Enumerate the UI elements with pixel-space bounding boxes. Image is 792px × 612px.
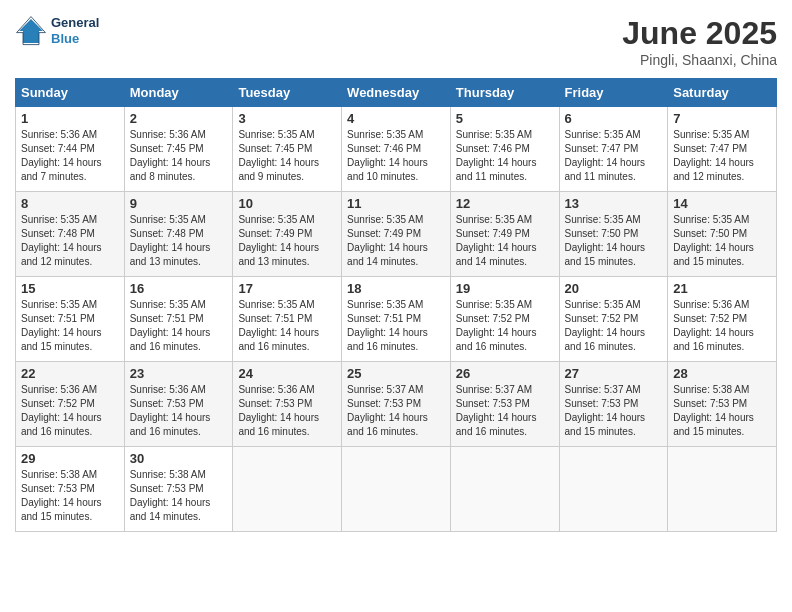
day-info: Sunrise: 5:35 AMSunset: 7:50 PMDaylight:… xyxy=(565,213,663,269)
day-info: Sunrise: 5:36 AMSunset: 7:44 PMDaylight:… xyxy=(21,128,119,184)
weekday-header: Wednesday xyxy=(342,79,451,107)
logo-line2: Blue xyxy=(51,31,99,47)
day-info: Sunrise: 5:36 AMSunset: 7:53 PMDaylight:… xyxy=(130,383,228,439)
logo-line1: General xyxy=(51,15,99,31)
day-number: 21 xyxy=(673,281,771,296)
day-number: 14 xyxy=(673,196,771,211)
logo-text: General Blue xyxy=(51,15,99,46)
weekday-header: Tuesday xyxy=(233,79,342,107)
calendar-cell xyxy=(342,447,451,532)
day-number: 27 xyxy=(565,366,663,381)
day-number: 22 xyxy=(21,366,119,381)
calendar-cell: 26Sunrise: 5:37 AMSunset: 7:53 PMDayligh… xyxy=(450,362,559,447)
calendar-cell: 12Sunrise: 5:35 AMSunset: 7:49 PMDayligh… xyxy=(450,192,559,277)
day-info: Sunrise: 5:38 AMSunset: 7:53 PMDaylight:… xyxy=(21,468,119,524)
calendar-cell: 17Sunrise: 5:35 AMSunset: 7:51 PMDayligh… xyxy=(233,277,342,362)
day-number: 26 xyxy=(456,366,554,381)
day-info: Sunrise: 5:35 AMSunset: 7:52 PMDaylight:… xyxy=(456,298,554,354)
calendar-cell: 30Sunrise: 5:38 AMSunset: 7:53 PMDayligh… xyxy=(124,447,233,532)
day-info: Sunrise: 5:36 AMSunset: 7:53 PMDaylight:… xyxy=(238,383,336,439)
day-number: 5 xyxy=(456,111,554,126)
calendar-week-row: 1Sunrise: 5:36 AMSunset: 7:44 PMDaylight… xyxy=(16,107,777,192)
day-number: 30 xyxy=(130,451,228,466)
day-number: 11 xyxy=(347,196,445,211)
weekday-header: Saturday xyxy=(668,79,777,107)
day-number: 7 xyxy=(673,111,771,126)
day-info: Sunrise: 5:35 AMSunset: 7:52 PMDaylight:… xyxy=(565,298,663,354)
calendar-cell: 21Sunrise: 5:36 AMSunset: 7:52 PMDayligh… xyxy=(668,277,777,362)
day-number: 29 xyxy=(21,451,119,466)
day-info: Sunrise: 5:35 AMSunset: 7:47 PMDaylight:… xyxy=(565,128,663,184)
calendar-cell: 25Sunrise: 5:37 AMSunset: 7:53 PMDayligh… xyxy=(342,362,451,447)
day-info: Sunrise: 5:35 AMSunset: 7:51 PMDaylight:… xyxy=(238,298,336,354)
weekday-header: Monday xyxy=(124,79,233,107)
calendar-cell xyxy=(668,447,777,532)
day-number: 4 xyxy=(347,111,445,126)
calendar-cell: 19Sunrise: 5:35 AMSunset: 7:52 PMDayligh… xyxy=(450,277,559,362)
day-number: 12 xyxy=(456,196,554,211)
day-info: Sunrise: 5:35 AMSunset: 7:45 PMDaylight:… xyxy=(238,128,336,184)
weekday-header: Sunday xyxy=(16,79,125,107)
calendar-cell: 3Sunrise: 5:35 AMSunset: 7:45 PMDaylight… xyxy=(233,107,342,192)
calendar-cell: 8Sunrise: 5:35 AMSunset: 7:48 PMDaylight… xyxy=(16,192,125,277)
month-year: June 2025 xyxy=(622,15,777,52)
calendar-cell: 1Sunrise: 5:36 AMSunset: 7:44 PMDaylight… xyxy=(16,107,125,192)
calendar-cell: 9Sunrise: 5:35 AMSunset: 7:48 PMDaylight… xyxy=(124,192,233,277)
day-number: 16 xyxy=(130,281,228,296)
day-number: 9 xyxy=(130,196,228,211)
day-info: Sunrise: 5:38 AMSunset: 7:53 PMDaylight:… xyxy=(673,383,771,439)
day-number: 19 xyxy=(456,281,554,296)
logo: General Blue xyxy=(15,15,99,47)
day-number: 3 xyxy=(238,111,336,126)
calendar-cell: 27Sunrise: 5:37 AMSunset: 7:53 PMDayligh… xyxy=(559,362,668,447)
day-number: 2 xyxy=(130,111,228,126)
day-number: 23 xyxy=(130,366,228,381)
day-number: 10 xyxy=(238,196,336,211)
day-info: Sunrise: 5:35 AMSunset: 7:51 PMDaylight:… xyxy=(130,298,228,354)
calendar-cell: 15Sunrise: 5:35 AMSunset: 7:51 PMDayligh… xyxy=(16,277,125,362)
calendar-cell xyxy=(233,447,342,532)
title-area: June 2025 Pingli, Shaanxi, China xyxy=(622,15,777,68)
day-number: 8 xyxy=(21,196,119,211)
calendar-table: SundayMondayTuesdayWednesdayThursdayFrid… xyxy=(15,78,777,532)
day-number: 6 xyxy=(565,111,663,126)
day-info: Sunrise: 5:37 AMSunset: 7:53 PMDaylight:… xyxy=(456,383,554,439)
day-number: 18 xyxy=(347,281,445,296)
calendar-cell: 13Sunrise: 5:35 AMSunset: 7:50 PMDayligh… xyxy=(559,192,668,277)
day-info: Sunrise: 5:35 AMSunset: 7:49 PMDaylight:… xyxy=(347,213,445,269)
day-info: Sunrise: 5:35 AMSunset: 7:51 PMDaylight:… xyxy=(347,298,445,354)
calendar-cell: 14Sunrise: 5:35 AMSunset: 7:50 PMDayligh… xyxy=(668,192,777,277)
calendar-header-row: SundayMondayTuesdayWednesdayThursdayFrid… xyxy=(16,79,777,107)
calendar-cell: 2Sunrise: 5:36 AMSunset: 7:45 PMDaylight… xyxy=(124,107,233,192)
calendar-cell: 16Sunrise: 5:35 AMSunset: 7:51 PMDayligh… xyxy=(124,277,233,362)
day-number: 24 xyxy=(238,366,336,381)
day-info: Sunrise: 5:35 AMSunset: 7:51 PMDaylight:… xyxy=(21,298,119,354)
day-info: Sunrise: 5:35 AMSunset: 7:46 PMDaylight:… xyxy=(456,128,554,184)
calendar-cell: 4Sunrise: 5:35 AMSunset: 7:46 PMDaylight… xyxy=(342,107,451,192)
day-info: Sunrise: 5:36 AMSunset: 7:45 PMDaylight:… xyxy=(130,128,228,184)
calendar-week-row: 22Sunrise: 5:36 AMSunset: 7:52 PMDayligh… xyxy=(16,362,777,447)
calendar-cell: 23Sunrise: 5:36 AMSunset: 7:53 PMDayligh… xyxy=(124,362,233,447)
calendar-cell: 5Sunrise: 5:35 AMSunset: 7:46 PMDaylight… xyxy=(450,107,559,192)
calendar-cell xyxy=(450,447,559,532)
day-number: 15 xyxy=(21,281,119,296)
day-number: 1 xyxy=(21,111,119,126)
day-info: Sunrise: 5:36 AMSunset: 7:52 PMDaylight:… xyxy=(21,383,119,439)
day-info: Sunrise: 5:38 AMSunset: 7:53 PMDaylight:… xyxy=(130,468,228,524)
day-number: 20 xyxy=(565,281,663,296)
weekday-header: Thursday xyxy=(450,79,559,107)
day-info: Sunrise: 5:37 AMSunset: 7:53 PMDaylight:… xyxy=(565,383,663,439)
calendar-cell: 7Sunrise: 5:35 AMSunset: 7:47 PMDaylight… xyxy=(668,107,777,192)
day-info: Sunrise: 5:35 AMSunset: 7:49 PMDaylight:… xyxy=(238,213,336,269)
day-info: Sunrise: 5:35 AMSunset: 7:49 PMDaylight:… xyxy=(456,213,554,269)
calendar-cell: 6Sunrise: 5:35 AMSunset: 7:47 PMDaylight… xyxy=(559,107,668,192)
day-number: 13 xyxy=(565,196,663,211)
calendar-cell xyxy=(559,447,668,532)
day-info: Sunrise: 5:35 AMSunset: 7:48 PMDaylight:… xyxy=(21,213,119,269)
calendar-cell: 20Sunrise: 5:35 AMSunset: 7:52 PMDayligh… xyxy=(559,277,668,362)
logo-icon xyxy=(15,15,47,47)
day-info: Sunrise: 5:37 AMSunset: 7:53 PMDaylight:… xyxy=(347,383,445,439)
calendar-week-row: 15Sunrise: 5:35 AMSunset: 7:51 PMDayligh… xyxy=(16,277,777,362)
weekday-header: Friday xyxy=(559,79,668,107)
day-number: 17 xyxy=(238,281,336,296)
